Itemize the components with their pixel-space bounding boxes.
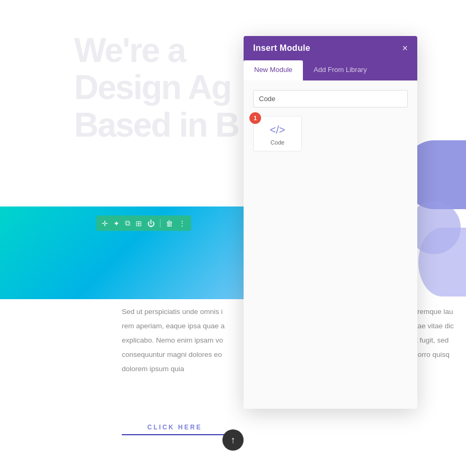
body-p2: rem aperiam, eaque ipsa quae a bbox=[122, 319, 244, 333]
toolbar-duplicate-icon[interactable]: ⧉ bbox=[125, 219, 130, 228]
module-item-code[interactable]: 1 </> Code bbox=[253, 116, 302, 151]
modal-header: Insert Module × bbox=[244, 36, 417, 60]
insert-module-modal: Insert Module × New Module Add From Libr… bbox=[244, 36, 417, 409]
toolbar-divider bbox=[160, 219, 160, 228]
cta-label[interactable]: CLICK HERE bbox=[122, 424, 228, 431]
tab-add-from-library[interactable]: Add From Library bbox=[303, 60, 377, 80]
module-grid: 1 </> Code bbox=[253, 116, 408, 151]
toolbar-grid-icon[interactable]: ⊞ bbox=[136, 219, 142, 228]
bottom-action-button[interactable]: ↑ bbox=[222, 429, 244, 451]
blue-circle-3 bbox=[418, 228, 466, 297]
hero-line-1: We're a bbox=[74, 32, 239, 69]
tab-new-module[interactable]: New Module bbox=[244, 60, 303, 80]
modal-title: Insert Module bbox=[253, 43, 310, 53]
cta-wrap[interactable]: CLICK HERE bbox=[122, 424, 228, 435]
hero-text: We're a Design Ag Based in B bbox=[74, 32, 239, 143]
modal-tabs: New Module Add From Library bbox=[244, 60, 417, 80]
body-p4: consequuntur magni dolores eo bbox=[122, 347, 244, 362]
module-label-code: Code bbox=[271, 139, 284, 146]
bottom-action-icon: ↑ bbox=[231, 435, 236, 445]
toolbar-power-icon[interactable]: ⏻ bbox=[147, 219, 155, 228]
toolbar-delete-icon[interactable]: 🗑 bbox=[166, 219, 173, 228]
modal-body: 1 </> Code bbox=[244, 80, 417, 409]
code-icon: </> bbox=[270, 124, 285, 136]
hero-line-2: Design Ag bbox=[74, 69, 239, 106]
body-p5: dolorem ipsum quia bbox=[122, 362, 244, 376]
toolbar-more-icon[interactable]: ⋮ bbox=[178, 219, 186, 228]
toolbar-add-icon[interactable]: ✛ bbox=[102, 219, 108, 228]
cta-underline bbox=[122, 434, 228, 435]
search-wrap bbox=[253, 90, 408, 107]
toolbar-settings-icon[interactable]: ✦ bbox=[113, 219, 120, 228]
body-text-left: Sed ut perspiciatis unde omnis i rem ape… bbox=[122, 304, 244, 376]
modal-close-button[interactable]: × bbox=[402, 43, 408, 53]
toolbar-bar: ✛ ✦ ⧉ ⊞ ⏻ 🗑 ⋮ bbox=[96, 215, 191, 231]
body-p3: explicabo. Nemo enim ipsam vo bbox=[122, 333, 244, 347]
module-badge: 1 bbox=[249, 112, 261, 124]
module-search-input[interactable] bbox=[253, 90, 408, 107]
hero-line-3: Based in B bbox=[74, 106, 239, 143]
body-p1: Sed ut perspiciatis unde omnis i bbox=[122, 304, 244, 319]
